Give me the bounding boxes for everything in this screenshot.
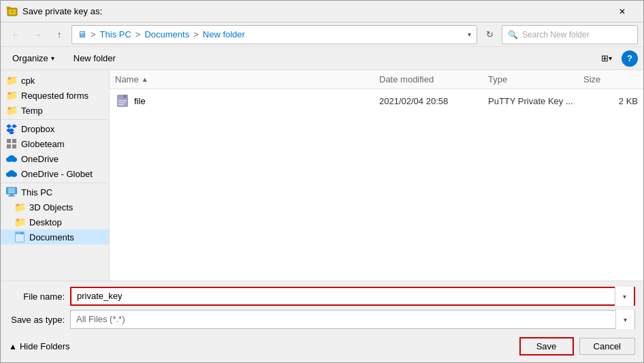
onedrive-icon [6,153,17,164]
sidebar-item-label: cpk [21,76,35,86]
svg-rect-23 [123,95,127,98]
help-button[interactable]: ? [622,50,638,67]
onedrive-globet-icon [6,168,17,179]
sidebar-item-dropbox[interactable]: Dropbox [1,121,109,136]
sidebar-divider [1,119,109,120]
savetype-dropdown-arrow[interactable]: ▾ [615,310,634,329]
table-row[interactable]: file 2021/02/04 20:58 PuTTY Private Key … [110,91,643,111]
main-area: 📁 cpk 📁 Requested forms 📁 Temp Dropbox [1,70,643,281]
file-list: file 2021/02/04 20:58 PuTTY Private Key … [110,89,643,281]
breadcrumb-icon: 🖥 [78,29,86,40]
buttons-row: ▲ Hide Folders Save Cancel [9,333,635,357]
sidebar-item-documents[interactable]: Documents [1,230,109,244]
filename-form-row: File name: private_key ▾ [9,287,635,306]
action-bar: Organize ▾ New folder ⊞ ▾ ? [1,47,643,70]
svg-rect-5 [12,139,16,143]
dialog-icon [6,5,18,18]
svg-rect-6 [7,144,11,148]
sidebar-item-label: Requested forms [21,91,88,101]
forward-button[interactable]: → [28,25,47,44]
svg-rect-3 [7,7,10,9]
sidebar-item-onedrive[interactable]: OneDrive [1,151,109,166]
col-name-header[interactable]: Name ▲ [115,74,379,84]
sidebar-item-desktop[interactable]: 📁 Desktop [1,215,109,230]
breadcrumb-segment-newfolder: New folder [203,29,245,40]
thispc-icon [6,187,17,198]
globeteam-icon [6,138,17,149]
col-size-header[interactable]: Size [583,74,638,84]
breadcrumb[interactable]: 🖥 > This PC > Documents > New folder ▾ [71,25,477,44]
sidebar-item-label: 3D Objects [29,202,73,212]
sidebar-item-label: Desktop [29,217,62,227]
documents-icon [14,232,25,242]
organize-button[interactable]: Organize ▾ [6,50,61,66]
sidebar-item-label: OneDrive [21,154,59,164]
sidebar-item-cpk[interactable]: 📁 cpk [1,73,109,88]
svg-point-2 [11,10,14,13]
savetype-label: Save as type: [9,315,70,325]
svg-point-10 [8,155,16,161]
dialog-title: Save private key as: [22,6,607,16]
breadcrumb-segment-thispc: This PC [100,29,131,40]
savetype-value: All Files (*.*) [71,310,615,329]
new-folder-button[interactable]: New folder [66,50,123,66]
file-date: 2021/02/04 20:58 [379,96,488,106]
savetype-form-row: Save as type: All Files (*.*) ▾ [9,310,635,329]
view-icon: ⊞ [601,53,609,63]
sidebar-item-onedrive-globet[interactable]: OneDrive - Globet [1,166,109,181]
save-dialog: Save private key as: ✕ ← → ↑ 🖥 > This PC… [0,0,644,363]
svg-rect-4 [7,139,11,143]
title-bar: Save private key as: ✕ [1,1,643,22]
search-icon: 🔍 [508,30,518,40]
action-bar-right: ⊞ ▾ ? [597,49,638,68]
sidebar-item-3d-objects[interactable]: 📁 3D Objects [1,200,109,215]
savetype-dropdown[interactable]: All Files (*.*) ▾ [70,310,635,329]
cancel-button[interactable]: Cancel [579,338,635,355]
up-button[interactable]: ↑ [50,25,69,44]
col-date-header[interactable]: Date modified [379,74,488,84]
search-box[interactable]: 🔍 Search New folder [502,25,638,44]
file-icon [115,93,130,108]
svg-rect-17 [8,195,15,197]
folder-icon: 📁 [6,90,17,101]
content-area: Name ▲ Date modified Type Size [110,70,643,281]
filename-label: File name: [9,291,70,302]
svg-rect-16 [10,194,14,195]
sidebar-item-this-pc[interactable]: This PC [1,185,109,200]
hide-folders-label: Hide Folders [20,341,70,351]
folder-icon: 📁 [6,105,17,116]
view-button[interactable]: ⊞ ▾ [597,49,616,68]
sidebar-item-label: Dropbox [21,124,54,134]
sidebar-item-temp[interactable]: 📁 Temp [1,103,109,118]
sidebar-item-label: This PC [21,187,52,198]
hide-folders-toggle[interactable]: ▲ Hide Folders [9,341,514,351]
3d-objects-icon: 📁 [14,202,25,212]
bottom-area: File name: private_key ▾ Save as type: A… [1,281,643,362]
hide-folders-chevron-icon: ▲ [9,342,17,351]
navigation-toolbar: ← → ↑ 🖥 > This PC > Documents > New fold… [1,22,643,47]
sort-arrow-icon: ▲ [142,76,148,83]
sidebar-item-globeteam[interactable]: Globeteam [1,136,109,151]
svg-rect-26 [118,104,124,106]
sidebar: 📁 cpk 📁 Requested forms 📁 Temp Dropbox [1,70,110,281]
svg-rect-15 [8,188,15,193]
sidebar-item-label: OneDrive - Globet [21,169,93,179]
search-placeholder: Search New folder [522,30,590,40]
file-type: PuTTY Private Key ... [488,96,583,106]
svg-rect-24 [118,100,127,101]
file-size: 2 KB [583,96,638,106]
breadcrumb-dropdown-arrow[interactable]: ▾ [468,31,471,38]
refresh-button[interactable]: ↻ [480,25,499,44]
filename-value[interactable]: private_key [71,287,615,306]
col-type-header[interactable]: Type [488,74,583,84]
filename-input-container[interactable]: private_key ▾ [70,287,635,306]
sidebar-item-requested-forms[interactable]: 📁 Requested forms [1,88,109,103]
svg-rect-7 [12,144,16,148]
close-button[interactable]: ✕ [607,1,638,22]
desktop-icon: 📁 [14,217,25,227]
file-name: file [134,96,379,106]
filename-dropdown-arrow[interactable]: ▾ [615,287,634,306]
back-button[interactable]: ← [6,25,25,44]
svg-rect-19 [16,234,24,242]
save-button[interactable]: Save [519,337,574,356]
